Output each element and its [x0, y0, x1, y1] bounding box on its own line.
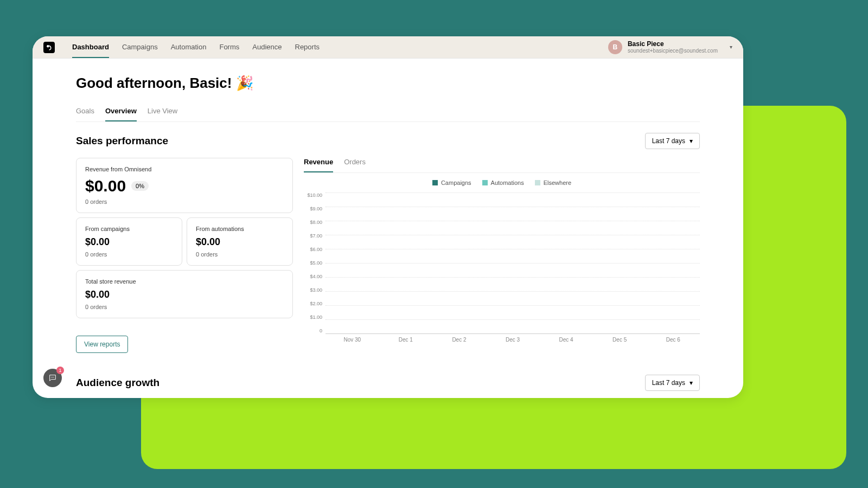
card-orders: 0 orders: [85, 251, 173, 258]
y-tick: $9.00: [304, 206, 322, 211]
legend-elsewhere: Elsewhere: [535, 179, 571, 186]
chart-tabs: Revenue Orders: [304, 158, 700, 173]
card-orders: 0 orders: [196, 251, 284, 258]
grid-line: [326, 235, 700, 235]
nav-forms[interactable]: Forms: [219, 36, 239, 58]
sub-tabs: Goals Overview Live View: [76, 107, 700, 122]
tab-goals[interactable]: Goals: [76, 107, 94, 121]
legend-campaigns: Campaigns: [432, 179, 471, 186]
sales-range-button[interactable]: Last 7 days ▾: [645, 133, 700, 149]
sales-section-title: Sales performance: [76, 135, 168, 147]
sales-header-row: Sales performance Last 7 days ▾: [76, 133, 700, 149]
x-tick: Dec 5: [593, 337, 647, 343]
chat-badge: 1: [56, 367, 64, 374]
card-label: From automations: [196, 226, 284, 232]
tab-overview[interactable]: Overview: [105, 107, 137, 121]
metric-cards-column: Revenue from Omnisend $0.00 0% 0 orders …: [76, 158, 293, 353]
card-value: $0.00: [196, 236, 284, 248]
grid-line: [326, 319, 700, 320]
chart-grid: [326, 192, 700, 333]
chat-widget-button[interactable]: 1: [43, 369, 62, 387]
legend-label: Elsewhere: [544, 179, 571, 186]
x-tick: Dec 4: [539, 337, 593, 343]
y-tick: $3.00: [304, 287, 322, 293]
card-orders: 0 orders: [85, 304, 284, 310]
automations-card: From automations $0.00 0 orders: [187, 217, 293, 266]
card-value: $0.00: [85, 289, 284, 300]
logo-icon: [46, 44, 52, 50]
chart-x-axis: Nov 30Dec 1Dec 2Dec 3Dec 4Dec 5Dec 6: [326, 337, 700, 343]
grid-line: [326, 263, 700, 264]
legend-label: Campaigns: [441, 179, 471, 186]
legend-automations: Automations: [482, 179, 524, 186]
avatar: B: [608, 40, 622, 54]
grid-line: [326, 207, 700, 207]
legend-label: Automations: [491, 179, 524, 186]
chevron-down-icon: ▾: [730, 44, 732, 50]
nav-audience[interactable]: Audience: [252, 36, 282, 58]
x-tick: Dec 1: [379, 337, 433, 343]
account-email: soundest+basicpiece@soundest.com: [628, 48, 718, 54]
y-tick: $5.00: [304, 260, 322, 266]
audience-section-title: Audience growth: [76, 377, 159, 389]
svg-point-1: [51, 377, 52, 377]
card-label: From campaigns: [85, 226, 173, 232]
x-tick: Dec 3: [486, 337, 540, 343]
y-tick: $8.00: [304, 220, 322, 225]
account-menu[interactable]: B Basic Piece soundest+basicpiece@sounde…: [608, 40, 732, 54]
chart-y-axis: $10.00$9.00$8.00$7.00$6.00$5.00$4.00$3.0…: [304, 192, 326, 333]
legend-swatch: [535, 180, 540, 185]
content: Good afternoon, Basic! 🎉 Goals Overview …: [33, 59, 743, 398]
sales-dashboard-row: Revenue from Omnisend $0.00 0% 0 orders …: [76, 158, 700, 353]
campaigns-card: From campaigns $0.00 0 orders: [76, 217, 182, 266]
audience-section: Audience growth Last 7 days ▾: [76, 375, 700, 391]
chart-tab-revenue[interactable]: Revenue: [304, 158, 333, 172]
y-tick: 0: [304, 328, 322, 333]
tab-live-view[interactable]: Live View: [148, 107, 177, 121]
pct-badge: 0%: [131, 181, 149, 191]
main-nav: Dashboard Campaigns Automation Forms Aud…: [72, 36, 608, 58]
total-store-card: Total store revenue $0.00 0 orders: [76, 270, 293, 318]
nav-campaigns[interactable]: Campaigns: [122, 36, 158, 58]
grid-line: [326, 333, 700, 334]
chart-tab-orders[interactable]: Orders: [344, 158, 366, 172]
card-value: $0.00: [85, 236, 173, 248]
y-tick: $10.00: [304, 192, 322, 198]
view-reports-button[interactable]: View reports: [76, 336, 128, 353]
app-logo[interactable]: [43, 42, 55, 53]
nav-dashboard[interactable]: Dashboard: [72, 36, 109, 58]
card-value: $0.00 0%: [85, 177, 284, 195]
account-name: Basic Piece: [628, 40, 718, 48]
chart-column: Revenue Orders Campaigns Automations Els…: [304, 158, 700, 353]
nav-automation[interactable]: Automation: [171, 36, 207, 58]
range-label: Last 7 days: [652, 379, 685, 387]
grid-line: [326, 221, 700, 221]
y-tick: $1.00: [304, 314, 322, 320]
card-orders: 0 orders: [85, 198, 284, 205]
card-label: Total store revenue: [85, 278, 284, 285]
y-tick: $4.00: [304, 274, 322, 279]
svg-point-3: [53, 377, 54, 377]
range-label: Last 7 days: [652, 137, 685, 145]
chart-body: $10.00$9.00$8.00$7.00$6.00$5.00$4.00$3.0…: [304, 192, 700, 333]
chevron-down-icon: ▾: [690, 379, 693, 387]
y-tick: $7.00: [304, 233, 322, 239]
legend-swatch: [482, 180, 488, 185]
page-title: Good afternoon, Basic! 🎉: [76, 75, 700, 92]
svg-point-0: [47, 45, 49, 47]
chevron-down-icon: ▾: [690, 137, 693, 145]
topbar: Dashboard Campaigns Automation Forms Aud…: [33, 36, 743, 59]
y-tick: $6.00: [304, 247, 322, 252]
audience-header-row: Audience growth Last 7 days ▾: [76, 375, 700, 391]
grid-line: [326, 277, 700, 278]
y-tick: $2.00: [304, 301, 322, 306]
x-tick: Nov 30: [326, 337, 379, 343]
grid-line: [326, 291, 700, 292]
grid-line: [326, 249, 700, 249]
chart-legend: Campaigns Automations Elsewhere: [304, 179, 700, 186]
audience-range-button[interactable]: Last 7 days ▾: [645, 375, 700, 391]
nav-reports[interactable]: Reports: [295, 36, 320, 58]
legend-swatch: [432, 180, 438, 185]
x-tick: Dec 2: [432, 337, 486, 343]
x-tick: Dec 6: [646, 337, 700, 343]
